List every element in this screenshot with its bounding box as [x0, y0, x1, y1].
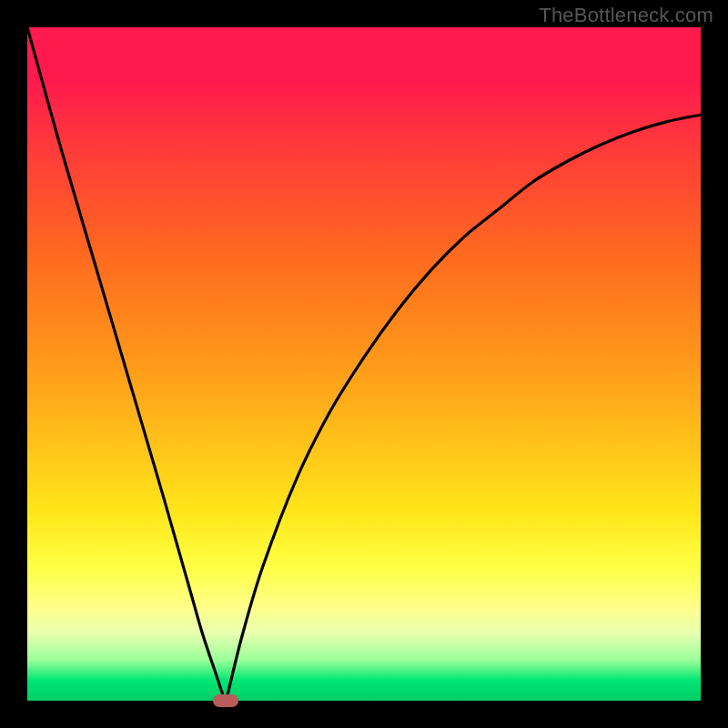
- curve-path: [27, 27, 701, 701]
- watermark-text: TheBottleneck.com: [539, 4, 713, 27]
- minimum-marker: [213, 694, 238, 707]
- chart-frame: TheBottleneck.com: [0, 0, 728, 728]
- plot-area: [27, 27, 701, 701]
- curve-svg: [27, 27, 701, 701]
